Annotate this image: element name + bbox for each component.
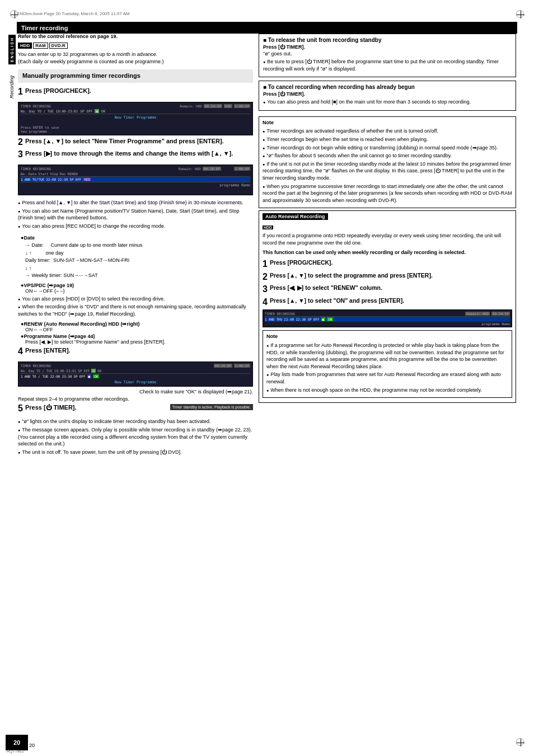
step-3-number: 3 (18, 150, 23, 159)
step-3: 3 Press [▶] to move through the items an… (18, 150, 253, 159)
note-section: Note Timer recordings are activated rega… (259, 116, 516, 209)
note-title: Note (263, 119, 512, 126)
note-bullets: Timer recordings are activated regardles… (263, 128, 512, 204)
step-3-label: Press [▶] to move through the items and … (25, 150, 233, 157)
step-5: 5 Press [⏻ TIMER]. Timer standby is acti… (18, 404, 253, 413)
step-1-label: Press [PROG/CHECK]. (25, 87, 91, 94)
daily-timer: Daily timer: SUN-SAT→MON-SAT→MON-FRI (25, 257, 253, 265)
step-4-label: Press [ENTER]. (25, 347, 71, 354)
manually-programming-section: Manually programming timer recordings (18, 69, 253, 83)
bullet-3-1: Press and hold [▲, ▼] to alter the Start… (18, 199, 253, 206)
file-info: 7463en.book Page 20 Tuesday, March 8, 20… (17, 11, 517, 16)
section-title: Manually programming timer recordings (22, 72, 249, 79)
header-title: Timer recording (21, 25, 68, 31)
auto-note-3: When there is not enough space on the HD… (266, 387, 508, 394)
step-2-label: Press [▲, ▼] to select "New Timer Progra… (25, 138, 224, 144)
date-arrow-1: → Date: Current date up to one month lat… (25, 242, 253, 250)
corner-decoration-br (516, 738, 524, 746)
cancel-bullets: You can also press and hold [■] on the m… (263, 98, 512, 106)
auto-step-2: 2 Press [▲, ▼] to select the programme a… (263, 272, 512, 282)
repeat-note: Repeat steps 2–4 to programme other reco… (18, 396, 253, 402)
vps-pdc: ●VPS/PDC (➡page 19) (21, 283, 253, 288)
cancel-bullet-1: You can also press and hold [■] on the m… (263, 98, 512, 106)
timer-standby-message: Timer standby is active. Playback is pos… (170, 404, 253, 410)
page-number-repeat: 20 (29, 743, 35, 748)
release-press: Press [⏻ TIMER]. (263, 44, 512, 50)
auto-step-1-num: 1 (263, 259, 268, 269)
note-item-2: Timer recordings begin when the set time… (263, 136, 512, 143)
prog-name: ●Programme Name (➡page 44) (21, 334, 253, 339)
auto-renewal-steps: 1 Press [PROG/CHECK]. 2 Press [▲, ▼] to … (263, 259, 512, 327)
step-5-bullet-1: "ø" lights on the unit's display to indi… (18, 418, 253, 425)
release-standby-section: ■ To release the unit from recording sta… (259, 34, 516, 77)
weekly-timer: → Weekly timer: SUN→···→SAT (25, 272, 253, 280)
renew-onoff: ON↔→OFF (25, 327, 253, 332)
auto-step-2-label: Press [▲, ▼] to select the programme and… (270, 272, 433, 279)
refer-line: Refer to the control reference on page 1… (18, 34, 253, 39)
step-3-bullets: Press and hold [▲, ▼] to alter the Start… (18, 199, 253, 231)
step-2: 2 Press [▲, ▼] to select "New Timer Prog… (18, 138, 253, 147)
auto-renewal-header: Auto Renewal Recording (263, 213, 512, 222)
auto-renewal-note-bullets: If a programme set for Auto Renewal Reco… (266, 342, 508, 393)
auto-renewal-section: Auto Renewal Recording HDD If you record… (259, 210, 516, 403)
intro-text: You can enter up to 32 programmes up to … (18, 51, 253, 65)
auto-note-2: Play lists made from programmes that wer… (266, 371, 508, 385)
hdd-dvd-note-1: You can also press [HDD] or [DVD] to sel… (18, 295, 253, 303)
corner-decoration-tr (516, 10, 524, 18)
step-1-number: 1 (18, 87, 23, 96)
top-bar: 7463en.book Page 20 Tuesday, March 8, 20… (17, 7, 517, 22)
auto-step-3-num: 3 (263, 284, 268, 294)
step-4: 4 Press [ENTER]. (18, 347, 253, 356)
step-2-number: 2 (18, 138, 23, 147)
auto-step-4-num: 4 (263, 297, 268, 307)
step-1: 1 Press [PROG/CHECK]. (18, 87, 253, 96)
date-arrow-2: ↓ ↑ one day (25, 250, 253, 257)
step-5-label: Press [⏻ TIMER]. (25, 404, 77, 411)
right-column: ■ To release the unit from recording sta… (259, 34, 516, 736)
sidebar-recording-label: Recording (9, 76, 15, 98)
auto-note-1: If a programme set for Auto Renewal Reco… (266, 342, 508, 370)
auto-renewal-title: Auto Renewal Recording (263, 213, 328, 220)
auto-step-4-label: Press [▲, ▼] to select "ON" and press [E… (270, 297, 404, 304)
note-item-4: "ø" flashes for about 5 seconds when the… (263, 152, 512, 159)
step-5-bullets: "ø" lights on the unit's display to indi… (18, 418, 253, 457)
hdd-badge-row: HDD (263, 224, 512, 230)
left-column: Refer to the control reference on page 1… (18, 34, 253, 736)
note-item-1: Timer recordings are activated regardles… (263, 128, 512, 135)
auto-renewal-note-section: Note If a programme set for Auto Renewal… (263, 330, 512, 398)
auto-step-1-label: Press [PROG/CHECK]. (270, 259, 333, 266)
auto-renewal-note-title: Note (266, 333, 508, 340)
release-goes-out: "ø" goes out. (263, 51, 512, 57)
page-number: 20 (13, 739, 20, 746)
badge-dvdr: DVD-R (49, 43, 68, 49)
sidebar-english-label: ENGLISH (8, 35, 16, 64)
badge-ram: RAM (33, 43, 48, 49)
step-5-bullet-3: The unit is not off. To save power, turn… (18, 449, 253, 456)
cancel-recording-section: ■ To cancel recording when recording has… (259, 81, 516, 111)
release-standby-title: ■ To release the unit from recording sta… (263, 37, 512, 43)
cancel-recording-title: ■ To cancel recording when recording has… (263, 84, 512, 90)
hdd-dvd-note-2: When the recording drive is "DVD" and th… (18, 303, 253, 317)
auto-step-3: 3 Press [◀, ▶] to select "RENEW" column. (263, 284, 512, 294)
note-item-5: If the unit is not put in the timer reco… (263, 161, 512, 182)
step-4-number: 4 (18, 347, 23, 356)
auto-step-2-num: 2 (263, 272, 268, 282)
hdd-dvd-bullets: You can also press [HDD] or [DVD] to sel… (18, 295, 253, 319)
auto-step-1: 1 Press [PROG/CHECK]. (263, 259, 512, 269)
step4-note: Check to make sure "OK" is displayed (➡p… (18, 389, 253, 395)
main-content: Refer to the control reference on page 1… (18, 34, 516, 736)
auto-renewal-bold-note: This function can be used only when week… (263, 249, 512, 256)
date-arrow-3: ↓ ↑ (25, 265, 253, 273)
page-header: Timer recording (17, 22, 517, 34)
prog-name-2: Press [◀, ▶] to select "Programme Name" … (25, 339, 253, 345)
bullet-3-2: You can also set Name (Programme positio… (18, 208, 253, 222)
screen-display-3: TIMER RECORDING 00:24:SP 1:00:SP No.DayT… (18, 361, 253, 387)
rqt-code: RQT7463 (7, 749, 24, 753)
note-item-3: Timer recordings do not begin while edit… (263, 144, 512, 152)
vps-onoff: ON↔→OFF (– –) (25, 288, 253, 294)
bullet-3-3: You can also press [REC MODE] to change … (18, 223, 253, 230)
auto-renewal-screen: TIMER RECORDINGRemain: HDD00:24:SP 1ANDT… (263, 309, 512, 327)
step-5-number: 5 (18, 404, 23, 413)
auto-renewal-intro: If you record a programme onto HDD repea… (263, 232, 512, 246)
cancel-press: Press [⏻ TIMER]. (263, 91, 512, 97)
